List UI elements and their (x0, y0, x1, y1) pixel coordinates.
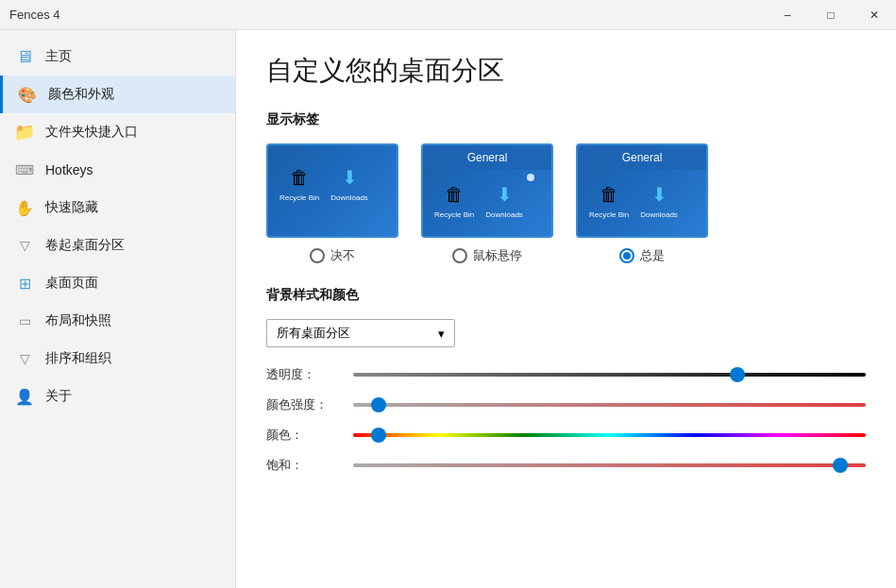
fence-icon-recycle-always: 🗑 Recycle Bin (589, 179, 629, 220)
sidebar-item-home[interactable]: 🖥 主页 (0, 38, 235, 76)
folder-icon: 📁 (15, 123, 34, 142)
titlebar: Fences 4 – □ ✕ (0, 0, 896, 30)
downloads-label-2: Downloads (485, 211, 523, 220)
close-button[interactable]: ✕ (853, 0, 896, 30)
saturation-thumb[interactable] (833, 458, 848, 473)
minimize-button[interactable]: – (766, 0, 809, 30)
label-section: 显示标签 🗑 Recycle Bin ⬇ Downloads (266, 111, 866, 264)
fence-icon-downloads-never: ⬇ Downloads (330, 162, 368, 203)
fence-icon-downloads-always: ⬇ Downloads (640, 179, 678, 220)
radio-always[interactable]: 总是 (619, 247, 665, 264)
sidebar: 🖥 主页 🎨 颜色和外观 📁 文件夹快捷入口 ⌨ Hotkeys ✋ 快速隐藏 … (0, 30, 236, 588)
sidebar-label-about: 关于 (45, 388, 72, 405)
saturation-slider-row: 饱和： (266, 457, 866, 474)
label-option-never: 🗑 Recycle Bin ⬇ Downloads 决不 (266, 143, 398, 264)
sidebar-label-appearance: 颜色和外观 (48, 86, 114, 103)
recycle-bin-icon-2: 🗑 (439, 179, 469, 210)
roll-icon: ▽ (15, 236, 34, 255)
hand-icon: ✋ (15, 198, 34, 217)
radio-circle-always[interactable] (619, 248, 634, 263)
sidebar-item-hotkeys[interactable]: ⌨ Hotkeys (0, 151, 235, 189)
sidebar-label-sort: 排序和组织 (45, 350, 111, 367)
dropdown-value: 所有桌面分区 (277, 325, 350, 342)
recycle-bin-icon: 🗑 (284, 162, 314, 193)
recycle-bin-icon-3: 🗑 (594, 179, 624, 210)
sidebar-label-hide: 快速隐藏 (45, 199, 98, 216)
radio-hover[interactable]: 鼠标悬停 (452, 247, 522, 264)
saturation-track[interactable] (353, 463, 866, 467)
sidebar-label-home: 主页 (45, 48, 72, 65)
main-content: 自定义您的桌面分区 显示标签 🗑 Recycle Bin ⬇ (236, 30, 896, 588)
page-title: 自定义您的桌面分区 (266, 53, 866, 89)
sidebar-label-folders: 文件夹快捷入口 (45, 124, 138, 141)
bg-section-title: 背景样式和颜色 (266, 287, 866, 304)
sidebar-item-folders[interactable]: 📁 文件夹快捷入口 (0, 113, 235, 151)
palette-icon: 🎨 (18, 85, 37, 104)
color-strength-thumb[interactable] (371, 397, 386, 412)
window-controls: – □ ✕ (766, 0, 896, 30)
layout-icon: ▭ (15, 311, 34, 330)
hue-slider-row: 颜色： (266, 427, 866, 444)
fence-preview-hover: General 🗑 Recycle Bin ⬇ Downloads (421, 143, 553, 238)
sidebar-item-roll[interactable]: ▽ 卷起桌面分区 (0, 227, 235, 264)
label-option-hover: General 🗑 Recycle Bin ⬇ Downloads (421, 143, 553, 264)
sidebar-item-layout[interactable]: ▭ 布局和快照 (0, 302, 235, 340)
user-icon: 👤 (15, 387, 34, 406)
radio-circle-never[interactable] (310, 248, 325, 263)
downloads-icon: ⬇ (334, 162, 364, 193)
radio-label-hover: 鼠标悬停 (473, 247, 522, 264)
hue-thumb[interactable] (371, 428, 386, 443)
downloads-icon-3: ⬇ (644, 179, 674, 210)
recycle-label-3: Recycle Bin (589, 211, 629, 220)
transparency-thumb[interactable] (730, 367, 745, 382)
keyboard-icon: ⌨ (15, 160, 34, 179)
app-body: 🖥 主页 🎨 颜色和外观 📁 文件夹快捷入口 ⌨ Hotkeys ✋ 快速隐藏 … (0, 30, 896, 588)
fence-icon-recycle-never: 🗑 Recycle Bin (279, 162, 319, 203)
color-strength-track[interactable] (353, 403, 866, 407)
transparency-track[interactable] (353, 373, 866, 377)
fence-scope-dropdown[interactable]: 所有桌面分区 ▾ (266, 319, 455, 347)
sidebar-label-desktop: 桌面页面 (45, 275, 98, 292)
hue-label: 颜色： (266, 427, 342, 444)
bg-section: 背景样式和颜色 所有桌面分区 ▾ 透明度： 颜色强度： (266, 287, 866, 474)
radio-circle-hover[interactable] (452, 248, 467, 263)
monitor-icon: 🖥 (15, 47, 34, 66)
fence-header-hover: General (423, 145, 551, 170)
grid-icon: ⊞ (15, 274, 34, 293)
sidebar-label-roll: 卷起桌面分区 (45, 237, 125, 254)
fence-header-always: General (578, 145, 706, 170)
chevron-down-icon: ▾ (438, 327, 445, 341)
radio-label-never: 决不 (330, 247, 355, 264)
radio-never[interactable]: 决不 (310, 247, 355, 264)
radio-label-always: 总是 (640, 247, 665, 264)
sidebar-item-sort[interactable]: ▽ 排序和组织 (0, 340, 235, 378)
color-strength-slider-row: 颜色强度： (266, 396, 866, 413)
transparency-label: 透明度： (266, 366, 342, 383)
fence-preview-never: 🗑 Recycle Bin ⬇ Downloads (266, 143, 398, 238)
cursor-dot (527, 174, 534, 181)
fence-icon-downloads-hover: ⬇ Downloads (485, 179, 523, 220)
saturation-label: 饱和： (266, 457, 342, 474)
sidebar-item-about[interactable]: 👤 关于 (0, 378, 235, 415)
sidebar-label-hotkeys: Hotkeys (45, 162, 93, 177)
app-title: Fences 4 (9, 8, 59, 22)
label-options-group: 🗑 Recycle Bin ⬇ Downloads 决不 (266, 143, 866, 264)
color-strength-label: 颜色强度： (266, 396, 342, 413)
recycle-label-2: Recycle Bin (434, 211, 474, 220)
fence-preview-always: General 🗑 Recycle Bin ⬇ Downloads (576, 143, 708, 238)
sidebar-item-appearance[interactable]: 🎨 颜色和外观 (0, 76, 235, 113)
maximize-button[interactable]: □ (809, 0, 853, 30)
downloads-icon-2: ⬇ (489, 179, 519, 210)
label-option-always: General 🗑 Recycle Bin ⬇ Downloads (576, 143, 708, 264)
label-section-title: 显示标签 (266, 111, 866, 128)
hue-track[interactable] (353, 433, 866, 437)
sidebar-item-desktop[interactable]: ⊞ 桌面页面 (0, 264, 235, 302)
sidebar-label-layout: 布局和快照 (45, 312, 111, 329)
fence-icon-recycle-hover: 🗑 Recycle Bin (434, 179, 474, 220)
sidebar-item-hide[interactable]: ✋ 快速隐藏 (0, 189, 235, 227)
downloads-label-3: Downloads (640, 211, 678, 220)
transparency-slider-row: 透明度： (266, 366, 866, 383)
filter-icon: ▽ (15, 349, 34, 368)
downloads-label: Downloads (330, 194, 368, 203)
recycle-label: Recycle Bin (279, 194, 319, 203)
